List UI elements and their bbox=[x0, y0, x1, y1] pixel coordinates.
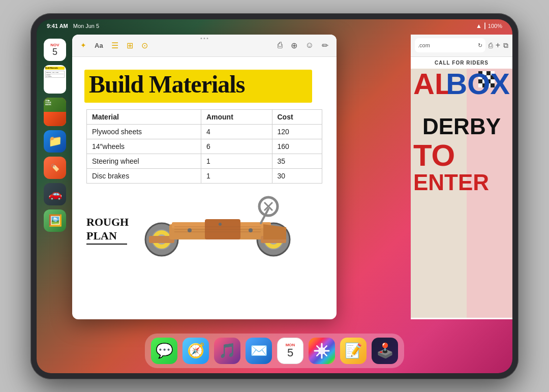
sticker-icon: 🏷️ bbox=[51, 164, 59, 172]
img-icon: 🖼️ bbox=[48, 214, 62, 227]
video-label: ON▶YOURMARK bbox=[45, 100, 51, 106]
safari-icon: 🧭 bbox=[187, 342, 205, 359]
row-material: Plywood sheets bbox=[87, 124, 201, 139]
photos-icon bbox=[314, 343, 330, 359]
drag-dot bbox=[207, 38, 208, 39]
note-title-wrapper: Build Materials bbox=[86, 67, 310, 103]
battery-percent: 100% bbox=[488, 23, 502, 29]
ipad-device: 9:41 AM Mon Jun 5 ▲ 100% NOV 5 bbox=[30, 13, 518, 379]
derby-to-text: TO bbox=[413, 142, 455, 168]
dock-messages[interactable]: 💬 bbox=[151, 338, 177, 364]
sidebar-cal-num: 5 bbox=[52, 47, 57, 56]
row-amount: 6 bbox=[201, 139, 272, 154]
window-drag-handle[interactable] bbox=[201, 38, 208, 39]
col-header-amount: Amount bbox=[201, 109, 272, 124]
dock-music[interactable]: 🎵 bbox=[214, 338, 240, 364]
url-bar[interactable]: .com ↻ bbox=[415, 38, 485, 52]
svg-text:Build Materials: Build Materials bbox=[89, 71, 245, 98]
compose-icon[interactable]: ✏ bbox=[322, 41, 328, 50]
dock-mail[interactable]: ✉️ bbox=[246, 338, 272, 364]
share-btn[interactable]: ⎙ bbox=[489, 41, 493, 49]
row-amount: 1 bbox=[201, 154, 272, 168]
table-row: Steering wheel 1 35 bbox=[87, 154, 322, 168]
sidebar-img-app[interactable]: 🖼️ bbox=[44, 209, 66, 232]
svg-point-22 bbox=[188, 228, 192, 232]
row-amount: 4 bbox=[201, 124, 272, 139]
row-material: 14″wheels bbox=[87, 139, 201, 154]
col-header-material: Material bbox=[87, 109, 201, 124]
camera-icon[interactable]: ⊙ bbox=[141, 41, 148, 50]
arcade-icon: 🕹️ bbox=[376, 342, 394, 359]
notes-content: Build Materials Material Amount Cost bbox=[72, 57, 337, 319]
dock-photos[interactable] bbox=[309, 338, 335, 364]
sidebar-racing-app[interactable]: 🚗 bbox=[44, 183, 66, 205]
browser-toolbar: .com ↻ ⎙ + ⧉ bbox=[411, 35, 512, 57]
ipad-screen: 9:41 AM Mon Jun 5 ▲ 100% NOV 5 bbox=[37, 19, 512, 373]
car-icon: 🚗 bbox=[48, 188, 62, 201]
rough-plan-underline bbox=[86, 244, 127, 245]
status-date: Mon Jun 5 bbox=[73, 23, 99, 29]
sidebar-notes-thumbnail[interactable]: Build Materials MaterialAmtCost Plywood … bbox=[44, 65, 66, 94]
mail-icon: ✉️ bbox=[250, 342, 268, 359]
row-cost: 30 bbox=[272, 168, 322, 183]
derby-box-text: BOX bbox=[446, 71, 510, 96]
col-header-cost: Cost bbox=[272, 109, 322, 124]
reload-icon[interactable]: ↻ bbox=[478, 42, 482, 49]
status-time: 9:41 AM bbox=[47, 23, 68, 29]
emoji-icon[interactable]: ☺ bbox=[306, 41, 314, 50]
table-row: Plywood sheets 4 120 bbox=[87, 124, 322, 139]
row-cost: 120 bbox=[272, 124, 322, 139]
share-icon[interactable]: ⎙ bbox=[278, 41, 283, 50]
font-format-icon[interactable]: Aa bbox=[95, 42, 103, 49]
sidebar-sticker-app[interactable]: 🏷️ bbox=[44, 157, 66, 179]
derby-main-area: AL BOX DERBY TO ENTER bbox=[411, 69, 512, 318]
derby-derby-text: DERBY bbox=[413, 117, 510, 136]
derby-enter-text: ENTER bbox=[413, 173, 489, 192]
row-material: Steering wheel bbox=[87, 154, 201, 168]
expand-icon[interactable]: ✦ bbox=[80, 41, 86, 49]
wifi-icon: ▲ bbox=[476, 22, 482, 29]
table-icon[interactable]: ⊞ bbox=[127, 41, 133, 50]
tabs-btn[interactable]: ⧉ bbox=[503, 41, 508, 50]
call-for-riders-text: CALL FOR RIDERS bbox=[411, 57, 512, 69]
dock-arcade[interactable]: 🕹️ bbox=[372, 338, 398, 364]
row-material: Disc brakes bbox=[87, 168, 201, 183]
sidebar-files-app[interactable]: 📁 bbox=[44, 130, 66, 153]
music-icon: 🎵 bbox=[219, 342, 236, 359]
dock-cal-num: 5 bbox=[287, 347, 293, 358]
browser-content: CALL FOR RIDERS bbox=[411, 57, 512, 319]
rough-plan-area: ROUGHPLAN bbox=[86, 194, 322, 267]
derby-poster: CALL FOR RIDERS bbox=[411, 57, 512, 319]
notes-icon: 📝 bbox=[345, 342, 362, 359]
sidebar-calendar-app[interactable]: NOV 5 bbox=[44, 39, 66, 61]
svg-point-23 bbox=[249, 228, 253, 232]
dock-notes[interactable]: 📝 bbox=[340, 338, 367, 364]
row-cost: 35 bbox=[272, 154, 322, 168]
url-text: .com bbox=[418, 42, 430, 48]
battery-icon bbox=[484, 23, 485, 29]
row-cost: 160 bbox=[272, 139, 322, 154]
messages-icon: 💬 bbox=[156, 342, 173, 359]
table-row: Disc brakes 1 30 bbox=[87, 168, 322, 183]
add-tab-btn[interactable]: + bbox=[496, 41, 500, 50]
materials-table: Material Amount Cost Plywood sheets 4 12… bbox=[86, 109, 322, 184]
sidebar-apps: NOV 5 Build Materials MaterialAmtCost Pl… bbox=[43, 35, 67, 333]
row-amount: 1 bbox=[201, 168, 272, 183]
browser-window: .com ↻ ⎙ + ⧉ CALL FOR RIDERS bbox=[411, 35, 512, 319]
notes-window: ✦ Aa ☰ ⊞ ⊙ ⎙ ⊕ ☺ ✏ bbox=[72, 35, 337, 319]
dock-safari[interactable]: 🧭 bbox=[182, 338, 209, 364]
files-icon: 📁 bbox=[48, 135, 62, 148]
table-row: 14″wheels 6 160 bbox=[87, 139, 322, 154]
soapbox-car-sketch bbox=[139, 194, 322, 267]
status-bar: 9:41 AM Mon Jun 5 ▲ 100% bbox=[37, 19, 512, 33]
more-icon[interactable]: ⊕ bbox=[291, 41, 297, 50]
dock: 💬 🧭 🎵 ✉️ MON 5 bbox=[145, 334, 404, 368]
sidebar-video-thumbnail[interactable]: ON▶YOURMARK bbox=[44, 98, 66, 126]
svg-point-24 bbox=[219, 223, 222, 226]
checklist-icon[interactable]: ☰ bbox=[111, 41, 118, 50]
rough-plan-label: ROUGHPLAN bbox=[86, 216, 129, 243]
note-title: Build Materials bbox=[86, 67, 310, 103]
dock-calendar[interactable]: MON 5 bbox=[277, 338, 303, 364]
drag-dot bbox=[201, 38, 202, 39]
drag-dot bbox=[204, 38, 205, 39]
